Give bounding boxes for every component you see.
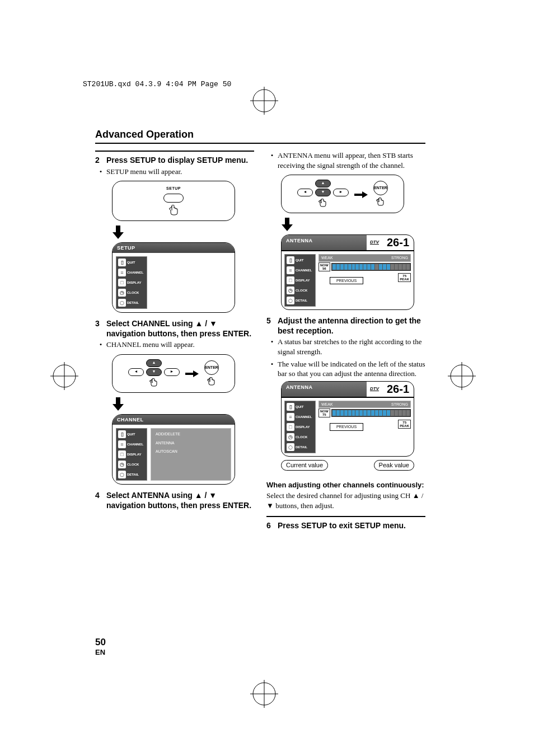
antenna-right-panel: WEAK STRONG NOW 75	[318, 401, 411, 453]
callout-row: Current value Peak value	[281, 460, 414, 471]
dpad-up-button: ▲	[146, 359, 162, 367]
door-icon: ▯	[287, 256, 294, 264]
strength-labels: WEAK STRONG	[318, 254, 411, 261]
dpad-figure-right: ▲ ◄ ▼ ►	[281, 175, 404, 213]
sidebar-display: □DISPLAY	[287, 423, 313, 431]
dpad-up-button: ▲	[315, 180, 331, 187]
submenu-add: ADD/DELETE	[156, 431, 226, 436]
sidebar-label: DETAIL	[296, 298, 307, 303]
signal-bar-row: NOW 75	[318, 408, 411, 417]
dpad-right-button: ►	[333, 189, 349, 196]
down-arrow-container	[112, 226, 235, 240]
channel-number: 26-1	[382, 235, 414, 250]
sidebar-clock: ◷CLOCK	[287, 433, 313, 441]
detail-icon: ◌	[287, 443, 294, 451]
sidebar-clock: ◷CLOCK	[287, 287, 313, 294]
clock-icon: ◷	[287, 433, 294, 441]
dpad-left-button: ◄	[128, 368, 144, 376]
sidebar-detail: ◌DETAIL	[287, 443, 313, 451]
down-arrow-container	[281, 218, 404, 232]
section-title: Advanced Operation	[95, 129, 425, 140]
divider	[95, 143, 425, 144]
page-lang: EN	[95, 648, 106, 656]
sidebar-detail: ◌DETAIL	[118, 299, 145, 307]
down-arrow-icon	[281, 218, 404, 232]
setup-label: SETUP	[166, 186, 181, 191]
down-arrow-icon	[112, 226, 235, 240]
step-3-bullet: • CHANNEL menu will appear.	[95, 340, 254, 350]
registration-mark-right	[448, 362, 476, 390]
down-triangle-icon: ▼	[209, 319, 217, 328]
step-number: 2	[95, 155, 106, 166]
display-icon: □	[118, 450, 126, 458]
osd-body: ▯QUIT ≡CHANNEL □DISPLAY ◷CLOCK ◌DETAIL A…	[113, 425, 235, 484]
sidebar-label: CHANNEL	[127, 442, 143, 447]
display-icon: □	[287, 423, 294, 431]
registration-mark-bottom	[250, 680, 278, 708]
hand-pointer-icon	[376, 197, 385, 208]
osd-body: ▯QUIT ≡CHANNEL □DISPLAY ◷CLOCK ◌DETAIL	[113, 253, 235, 312]
sidebar-channel: ≡CHANNEL	[118, 269, 145, 276]
step-5-bullet-2: • The value will be indicated on the lef…	[266, 359, 425, 379]
dpad-block: ▲ ◄ ▼ ►	[128, 359, 180, 389]
peak-label: PEAK	[400, 278, 409, 281]
sidebar-label: DETAIL	[127, 300, 139, 305]
sidebar-label: DETAIL	[127, 472, 139, 477]
now-value: 75	[320, 413, 329, 416]
step-number: 4	[95, 490, 106, 510]
hand-pointer-icon	[207, 377, 216, 388]
filename-header: ST201UB.qxd 04.3.9 4:04 PM Page 50	[83, 80, 231, 88]
channel-icon: ≡	[287, 266, 294, 274]
channel-icon: ≡	[287, 413, 294, 421]
right-arrow-icon	[354, 191, 368, 198]
antenna-body: ▯QUIT ≡CHANNEL □DISPLAY ◷CLOCK ◌DETAIL W…	[282, 251, 414, 309]
dpad-right-button: ►	[164, 368, 180, 376]
sidebar-quit: ▯QUIT	[118, 430, 145, 438]
detail-icon: ◌	[118, 299, 126, 307]
osd-sidebar: ▯QUIT ≡CHANNEL □DISPLAY ◷CLOCK ◌DETAIL	[116, 428, 147, 481]
sidebar-display: □DISPLAY	[118, 450, 145, 458]
sidebar-label: QUIT	[127, 432, 135, 436]
peak-label: PEAK	[400, 424, 409, 428]
step-5: 5 Adjust the antenna direction to get th…	[266, 316, 425, 336]
channel-icon: ≡	[118, 269, 126, 276]
registration-mark-top	[250, 87, 278, 115]
dtv-badge: DTV	[367, 382, 382, 397]
door-icon: ▯	[118, 430, 126, 438]
display-icon: □	[118, 279, 126, 287]
up-triangle-icon: ▲	[195, 319, 203, 328]
channel-number: 26-1	[382, 382, 414, 397]
sidebar-label: CLOCK	[296, 288, 307, 293]
submenu-antenna: ANTENNA	[156, 440, 226, 445]
right-column: • ANTENNA menu will appear, then STB sta…	[266, 151, 425, 532]
dpad-figure: ▲ ◄ ▼ ►	[112, 354, 235, 393]
bullet-mark: •	[266, 337, 278, 356]
down-arrow-icon	[112, 397, 235, 412]
step-number: 6	[266, 520, 278, 531]
down-triangle-icon: ▼	[209, 491, 217, 500]
detail-icon: ◌	[287, 297, 294, 304]
two-columns: 2 Press SETUP to display SETUP menu. • S…	[95, 151, 425, 532]
sidebar-label: CLOCK	[127, 290, 139, 295]
step-number: 3	[95, 318, 106, 339]
text-post: navigation buttons, then press ENTER.	[106, 329, 251, 338]
sidebar-label: QUIT	[296, 405, 303, 409]
setup-button-figure: SETUP	[112, 181, 235, 220]
dpad-block: ▲ ◄ ▼ ►	[297, 180, 349, 209]
down-triangle-icon: ▼	[266, 501, 274, 510]
sidebar-detail: ◌DETAIL	[118, 471, 145, 478]
step-2: 2 Press SETUP to display SETUP menu.	[95, 155, 254, 166]
page-footer: 50 EN	[95, 637, 106, 656]
antenna-tab: ANTENNA	[282, 235, 367, 250]
sidebar-quit: ▯QUIT	[287, 403, 313, 411]
signal-bar	[331, 409, 411, 417]
channel-submenu: ADD/DELETE ANTENNA AUTOSCAN	[151, 428, 231, 481]
sub-text: Select the desired channel for adjusting…	[266, 491, 425, 510]
clock-icon: ◷	[118, 289, 126, 297]
step-text: Select ANTENNA using ▲ / ▼ navigation bu…	[106, 490, 254, 510]
signal-bar-row: NOW 56	[318, 262, 411, 271]
previous-button: PREVIOUS	[330, 423, 363, 430]
sidebar-display: □DISPLAY	[287, 276, 313, 284]
enter-button-graphic: ENTER	[204, 360, 219, 375]
step-text: Select CHANNEL using ▲ / ▼ navigation bu…	[106, 318, 254, 339]
